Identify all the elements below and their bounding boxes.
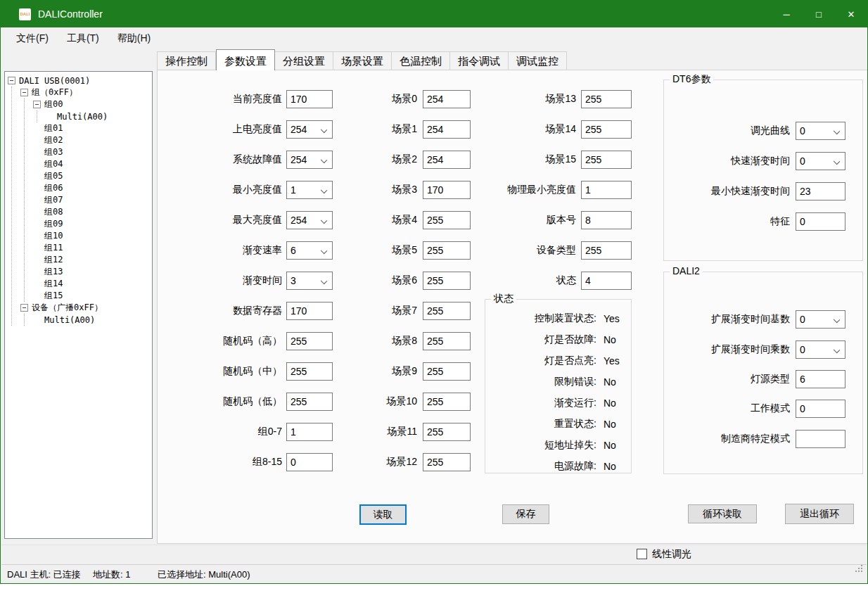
light-source-type-input[interactable] — [796, 370, 845, 388]
collapse-icon[interactable] — [8, 77, 15, 84]
save-button[interactable]: 保存 — [502, 504, 549, 524]
tab-operation-control[interactable]: 操作控制 — [157, 51, 216, 70]
tree-item-group10[interactable]: 组10 — [33, 230, 151, 242]
tree-item-group03[interactable]: 组03 — [33, 146, 151, 158]
window-title: DALIController — [38, 8, 103, 20]
scene-12-input[interactable] — [423, 453, 471, 471]
ext-fade-time-base-select[interactable]: 0 — [796, 310, 845, 329]
max-level-select[interactable]: 254 — [286, 211, 333, 229]
tree-item-label: 组04 — [44, 158, 63, 170]
tree-item-label: 设备（广播0xFF） — [32, 302, 103, 314]
scene-11-input[interactable] — [423, 423, 471, 441]
tab-scene-settings[interactable]: 场景设置 — [333, 51, 392, 70]
fast-fade-time-select[interactable]: 0 — [796, 152, 845, 170]
tab-parameter-settings[interactable]: 参数设置 — [216, 49, 275, 70]
status-value-input[interactable] — [581, 272, 632, 290]
tree-item-device-broadcast[interactable]: 设备（广播0xFF） — [20, 302, 151, 314]
loop-read-button[interactable]: 循环读取 — [688, 504, 757, 523]
read-button[interactable]: 读取 — [359, 504, 407, 525]
resize-grip-icon[interactable] — [855, 565, 864, 573]
tree-item-group05[interactable]: 组05 — [33, 170, 151, 182]
tree-item-group09[interactable]: 组09 — [33, 218, 151, 230]
menu-file[interactable]: 文件(F) — [7, 27, 58, 49]
scene-10-input[interactable] — [423, 393, 471, 411]
tree-item-group15[interactable]: 组15 — [33, 290, 151, 302]
tree-item-group04[interactable]: 组04 — [33, 158, 151, 170]
manufacturer-specific-mode-input[interactable] — [796, 430, 845, 448]
tree-item-multi-a00[interactable]: Multi(A00) — [46, 110, 151, 122]
physical-min-level-input[interactable] — [581, 181, 632, 199]
scene-15-input[interactable] — [581, 151, 632, 169]
bottom-band: 线性调光 — [1, 544, 867, 564]
collapse-icon[interactable] — [20, 89, 28, 96]
minimize-icon[interactable]: ─ — [770, 1, 803, 27]
tab-grouping-settings[interactable]: 分组设置 — [275, 51, 333, 70]
fade-rate-select[interactable]: 6 — [286, 241, 333, 260]
scene-8-input[interactable] — [423, 332, 471, 350]
field-label: 场景13 — [485, 93, 576, 106]
group-8-15-input[interactable] — [286, 453, 333, 471]
menu-tools[interactable]: 工具(T) — [58, 27, 108, 49]
field-label: 场景1 — [340, 123, 417, 136]
maximize-icon[interactable]: □ — [803, 1, 835, 27]
field-label: 最小亮度值 — [170, 184, 282, 196]
data-register-input[interactable] — [286, 302, 333, 320]
scene-3-input[interactable] — [423, 181, 471, 199]
tree-item-group13[interactable]: 组13 — [33, 266, 151, 278]
scene-9-input[interactable] — [423, 362, 471, 381]
exit-loop-button[interactable]: 退出循环 — [785, 504, 854, 524]
chevron-down-icon — [321, 217, 327, 224]
tree-item-group02[interactable]: 组02 — [33, 134, 151, 146]
tree-item-group-0xff[interactable]: 组（0xFF） — [20, 87, 151, 98]
tree-item-label: 组14 — [44, 278, 63, 290]
tree-item-dali-usb[interactable]: DALI USB(0001) — [8, 75, 151, 87]
version-number-input[interactable] — [581, 211, 632, 229]
menu-help[interactable]: 帮助(H) — [108, 27, 160, 49]
chevron-down-icon — [321, 127, 327, 133]
scene-13-input[interactable] — [581, 90, 632, 108]
tree-item-label: 组（0xFF） — [32, 87, 77, 98]
scene-6-input[interactable] — [423, 272, 471, 290]
tree-item-group01[interactable]: 组01 — [33, 122, 151, 134]
tab-command-debug[interactable]: 指令调试 — [450, 51, 509, 70]
close-icon[interactable]: ✕ — [835, 1, 867, 27]
random-code-low-input[interactable] — [286, 393, 333, 411]
ext-fade-time-multiplier-select[interactable]: 0 — [796, 340, 845, 359]
field-label: 场景12 — [340, 456, 417, 469]
scene-0-input[interactable] — [423, 90, 471, 108]
current-level-input[interactable] — [286, 90, 333, 108]
min-level-select[interactable]: 1 — [286, 181, 333, 199]
status-value: Yes — [604, 313, 620, 324]
tree-item-group07[interactable]: 组07 — [33, 194, 151, 206]
scene-4-input[interactable] — [423, 211, 471, 229]
tree-item-group12[interactable]: 组12 — [33, 254, 151, 266]
scene-2-input[interactable] — [423, 151, 471, 169]
tree-item-multi-a00[interactable]: Multi(A00) — [33, 314, 151, 326]
scene-7-input[interactable] — [423, 302, 471, 320]
tree-item-group08[interactable]: 组08 — [33, 206, 151, 218]
tab-color-temp-control[interactable]: 色温控制 — [392, 51, 450, 70]
random-code-high-input[interactable] — [286, 332, 333, 350]
group-0-7-input[interactable] — [286, 423, 333, 441]
scene-5-input[interactable] — [423, 241, 471, 260]
tree-item-group11[interactable]: 组11 — [33, 242, 151, 254]
operating-mode-input[interactable] — [796, 400, 845, 418]
random-code-mid-input[interactable] — [286, 362, 333, 381]
tab-debug-monitor[interactable]: 调试监控 — [509, 51, 567, 70]
min-fast-fade-time-input[interactable] — [796, 182, 845, 200]
scene-14-input[interactable] — [581, 120, 632, 139]
linear-dimming-checkbox[interactable] — [637, 549, 647, 559]
collapse-icon[interactable] — [20, 304, 28, 312]
tree-item-group00[interactable]: 组00 — [33, 98, 151, 110]
power-on-level-select[interactable]: 254 — [286, 120, 333, 139]
dimming-curve-select[interactable]: 0 — [796, 122, 845, 140]
tree-item-label: 组03 — [44, 146, 63, 158]
tree-item-group14[interactable]: 组14 — [33, 278, 151, 290]
features-input[interactable] — [796, 212, 845, 231]
device-type-input[interactable] — [581, 241, 632, 260]
scene-1-input[interactable] — [423, 120, 471, 139]
system-failure-level-select[interactable]: 254 — [286, 151, 333, 169]
collapse-icon[interactable] — [33, 101, 41, 108]
tree-item-group06[interactable]: 组06 — [33, 182, 151, 194]
fade-time-select[interactable]: 3 — [286, 272, 333, 290]
